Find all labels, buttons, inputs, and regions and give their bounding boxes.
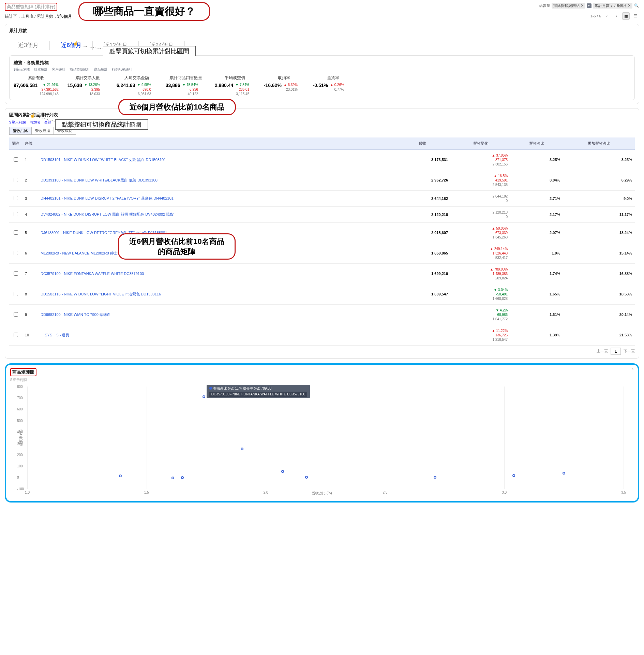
row-checkbox[interactable] bbox=[14, 157, 18, 162]
table-row: 4DV4024002 - NIKE DUNK DISRUPT LOW 黑白 解構… bbox=[9, 206, 635, 222]
product-link[interactable]: DD1391100 - NIKE DUNK LOW WHITE/BLACK黑白 … bbox=[41, 178, 158, 182]
product-link[interactable]: DV4024002 - NIKE DUNK DISRUPT LOW 黑白 解構 … bbox=[41, 212, 174, 216]
filter-chip-months[interactable]: 累計月數：近6個月✕ bbox=[593, 3, 632, 9]
collapse-icon[interactable]: ˄ bbox=[632, 368, 634, 373]
product-link[interactable]: DH4402101 - NIKE DUNK LOW DISRUPT 2 "PAL… bbox=[41, 196, 174, 200]
ranking-card: 區間內累計商品排行列表 $ 顯示利潤前20名全部 營收占比營收衰退營收成長 關注… bbox=[5, 108, 639, 359]
overview-link[interactable]: 商品統計 bbox=[94, 67, 108, 72]
col-header[interactable]: 關注 bbox=[9, 137, 22, 150]
page-title: 商品型號矩陣 (累計排行) bbox=[5, 3, 57, 11]
tab-6m[interactable]: 近6個月 bbox=[53, 39, 89, 51]
table-row: 6ML2002R0 - NEW BALANCE ML2002R0 紳士灰1,85… bbox=[9, 243, 635, 263]
product-link[interactable]: __SYS__5 - 運費 bbox=[41, 333, 69, 337]
col-header[interactable]: 序號 bbox=[22, 137, 38, 150]
chart-point[interactable] bbox=[181, 476, 184, 479]
annotation-tab: 點擊頁籤可切換累計對比區間 bbox=[103, 46, 196, 56]
pager-count: 1-6 / 6 bbox=[590, 14, 601, 18]
row-checkbox[interactable] bbox=[14, 292, 18, 296]
row-checkbox[interactable] bbox=[14, 312, 18, 317]
overview-link[interactable]: 訂單統計 bbox=[34, 67, 48, 72]
chart-tooltip: 營收占比 (%): 1.74 成長率 (%): 709.83 DC3579100… bbox=[207, 385, 310, 398]
chart-point[interactable] bbox=[203, 395, 205, 398]
chart-point[interactable] bbox=[171, 477, 174, 479]
overview-link[interactable]: $ 顯示利潤 bbox=[14, 67, 30, 72]
overview-card: 總覽 - 各衡量指標 $ 顯示利潤訂單統計客戶統計商品型號統計商品統計行銷活動統… bbox=[9, 55, 635, 100]
row-checkbox[interactable] bbox=[14, 251, 18, 255]
scatter-sublink[interactable]: $ 顯示利潤 bbox=[10, 378, 634, 382]
search-icon[interactable]: 🔍 bbox=[634, 3, 639, 9]
overview-metric: 退貨率-0.51%▲ 0.26%-0.77% bbox=[313, 75, 353, 97]
view-list[interactable]: ☰ bbox=[632, 12, 639, 20]
chart-point[interactable] bbox=[512, 474, 515, 477]
overview-metric: 累計商品銷售數量33,886▼ 15.54%-6,23640,122 bbox=[166, 75, 206, 97]
product-link[interactable]: ML2002R0 - NEW BALANCE ML2002R0 紳士灰 bbox=[41, 251, 121, 255]
ranking-tool[interactable]: 全部 bbox=[44, 120, 51, 125]
row-checkbox[interactable] bbox=[14, 333, 18, 337]
col-header[interactable]: 營收 bbox=[394, 137, 451, 150]
product-link[interactable]: DC3579100 - NIKE FONTANKA WAFFLE WHITE D… bbox=[41, 272, 144, 276]
pager-next-label[interactable]: 下一頁 bbox=[624, 349, 635, 354]
view-grid[interactable]: ▦ bbox=[622, 12, 630, 20]
table-row: 1DD1503101 - NIKE W DUNK LOW "WHITE BLAC… bbox=[9, 149, 635, 170]
table-row: 3DH4402101 - NIKE DUNK LOW DISRUPT 2 "PA… bbox=[9, 190, 635, 206]
ranking-tool[interactable]: $ 顯示利潤 bbox=[9, 120, 26, 125]
overview-link[interactable]: 客戶統計 bbox=[52, 67, 65, 72]
pager-page-input[interactable] bbox=[611, 348, 621, 355]
pager-prev[interactable]: ‹ bbox=[603, 12, 611, 20]
table-row: 10__SYS__5 - 運費▲ 11.22%136,7251,218,5471… bbox=[9, 325, 635, 345]
product-link[interactable]: DD1503116 - NIKE W DUNK LOW "LIGHT VIOLE… bbox=[41, 292, 161, 296]
chart-point[interactable] bbox=[434, 476, 436, 479]
chart-point[interactable] bbox=[119, 475, 122, 477]
x-axis-label: 營收占比 (%) bbox=[10, 491, 634, 496]
col-header[interactable] bbox=[38, 137, 394, 150]
chart-point[interactable] bbox=[563, 472, 565, 475]
ranking-pager: 上一頁 下一頁 bbox=[9, 348, 635, 355]
row-checkbox[interactable] bbox=[14, 212, 18, 216]
overview-metric: 人均交易金額6,241.63▼ 9.95%-690.06,931.63 bbox=[117, 75, 157, 97]
row-checkbox[interactable] bbox=[14, 230, 18, 235]
table-row: 2DD1391100 - NIKE DUNK LOW WHITE/BLACK黑白… bbox=[9, 170, 635, 190]
overview-links: $ 顯示利潤訂單統計客戶統計商品型號統計商品統計行銷活動統計 bbox=[14, 67, 630, 72]
filter-chip-discount[interactable]: 排除折扣與贈品✕ bbox=[552, 3, 585, 9]
seg-button[interactable]: 營收衰退 bbox=[32, 127, 54, 135]
product-link[interactable]: DD1503101 - NIKE W DUNK LOW "WHITE BLACK… bbox=[41, 158, 166, 162]
ranking-table: 關注序號營收營收變化營收占比累加營收占比 1DD1503101 - NIKE W… bbox=[9, 137, 635, 346]
overview-link[interactable]: 行銷活動統計 bbox=[112, 67, 132, 72]
overview-metric: 累計營收97,606,581▼ 21.91%-27,391,562124,998… bbox=[14, 75, 59, 97]
row-checkbox[interactable] bbox=[14, 178, 18, 182]
overview-metric: 累計交易人數15,638▼ 13.28%-2,39518,033 bbox=[68, 75, 108, 97]
col-header[interactable]: 營收占比 bbox=[510, 137, 563, 150]
filter-icon[interactable]: ▾ bbox=[587, 3, 591, 8]
table-row: 9DD9682100 - NIKE WMN TC 7900 珍珠白▼ 4.2%-… bbox=[9, 304, 635, 325]
tabs-card: 累計月數 近3個月 近6個月 近12個月 近24個月 總覽 - 各衡量指標 $ … bbox=[5, 24, 639, 104]
table-row: 7DC3579100 - NIKE FONTANKA WAFFLE WHITE … bbox=[9, 263, 635, 284]
annotation-scope: 點擊按鈕可切換商品統計範圍 bbox=[55, 119, 148, 130]
annotation-main: 哪些商品一直賣很好？ bbox=[78, 2, 210, 21]
table-row: 8DD1503116 - NIKE W DUNK LOW "LIGHT VIOL… bbox=[9, 284, 635, 304]
annotation-bottom: 近6個月營收佔比前10名商品的商品矩陣 bbox=[118, 233, 236, 260]
chart-point[interactable] bbox=[305, 476, 308, 479]
scatter-chart: 成長率 (%) 營收占比 (%): 1.74 成長率 (%): 709.83 D… bbox=[27, 387, 624, 489]
overview-metric: 取消率-16.62%▲ 6.39%-23.01% bbox=[264, 75, 304, 97]
row-checkbox[interactable] bbox=[14, 196, 18, 200]
scatter-section: 商品矩陣圖 ˄ $ 顯示利潤 成長率 (%) 營收占比 (%): 1.74 成長… bbox=[5, 363, 639, 503]
pager-next[interactable]: › bbox=[613, 12, 620, 20]
chart-point[interactable] bbox=[281, 470, 284, 473]
ranking-tool[interactable]: 前20名 bbox=[30, 120, 40, 125]
overview-row: 累計營收97,606,581▼ 21.91%-27,391,562124,998… bbox=[14, 75, 630, 97]
chart-point[interactable] bbox=[241, 448, 243, 450]
table-row: 5DJ6188001 - NIKE DUNK LOW RETRO "GREY W… bbox=[9, 222, 635, 243]
tab-3m[interactable]: 近3個月 bbox=[11, 39, 46, 51]
col-header[interactable]: 營收變化 bbox=[451, 137, 510, 150]
col-header[interactable]: 累加營收占比 bbox=[563, 137, 635, 150]
row-checkbox[interactable] bbox=[14, 271, 18, 276]
overview-link[interactable]: 商品型號統計 bbox=[70, 67, 90, 72]
header-right: 品數量 排除折扣與贈品✕ ▾ 累計月數：近6個月✕ 🔍 bbox=[539, 3, 639, 9]
annotation-middle: 近6個月營收佔比前10名商品 bbox=[118, 99, 236, 115]
close-icon[interactable]: ✕ bbox=[581, 3, 584, 8]
product-link[interactable]: DD9682100 - NIKE WMN TC 7900 珍珠白 bbox=[41, 312, 111, 317]
close-icon[interactable]: ✕ bbox=[628, 3, 631, 8]
ranking-title: 區間內累計商品排行列表 bbox=[9, 112, 635, 118]
pager-prev-label[interactable]: 上一頁 bbox=[597, 349, 608, 354]
seg-button[interactable]: 營收占比 bbox=[9, 127, 32, 135]
